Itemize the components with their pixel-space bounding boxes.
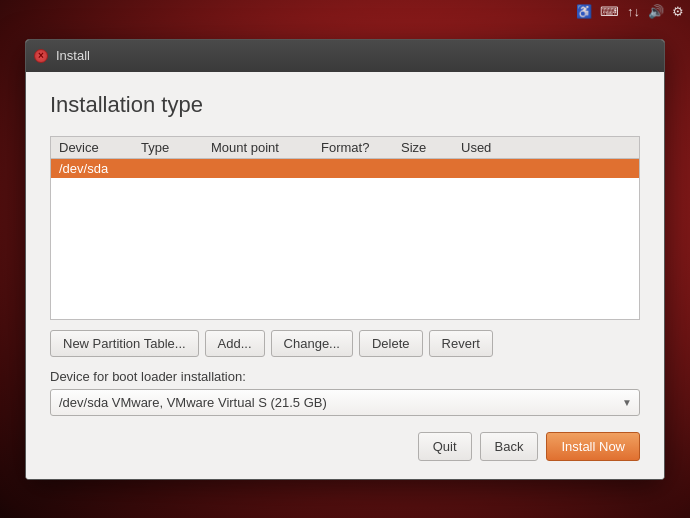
settings-icon: ⚙ [672,4,684,19]
col-header-size: Size [401,140,461,155]
revert-button[interactable]: Revert [429,330,493,357]
row-device: /dev/sda [51,161,141,176]
titlebar: Install [26,40,664,72]
close-button[interactable] [34,49,48,63]
table-row[interactable]: /dev/sda [51,159,639,178]
bootloader-label: Device for boot loader installation: [50,369,640,384]
page-title: Installation type [50,92,640,118]
volume-icon: 🔊 [648,4,664,19]
window-title: Install [56,48,90,63]
row-type [141,161,211,176]
row-format [321,161,401,176]
install-now-button[interactable]: Install Now [546,432,640,461]
content-area: Installation type Device Type Mount poin… [26,72,664,479]
quit-button[interactable]: Quit [418,432,472,461]
keyboard-icon: ⌨ [600,4,619,19]
col-header-mount: Mount point [211,140,321,155]
network-icon: ↑↓ [627,4,640,19]
col-header-used: Used [461,140,531,155]
partition-actions: New Partition Table... Add... Change... … [50,330,640,357]
install-window: Install Installation type Device Type Mo… [25,39,665,480]
new-partition-table-button[interactable]: New Partition Table... [50,330,199,357]
bootloader-select-wrapper: /dev/sda VMware, VMware Virtual S (21.5 … [50,389,640,416]
footer-buttons: Quit Back Install Now [50,432,640,461]
delete-button[interactable]: Delete [359,330,423,357]
change-button[interactable]: Change... [271,330,353,357]
add-button[interactable]: Add... [205,330,265,357]
col-header-format: Format? [321,140,401,155]
accessibility-icon: ♿ [576,4,592,19]
table-header: Device Type Mount point Format? Size Use… [51,137,639,159]
table-body: /dev/sda [51,159,639,319]
row-size [401,161,461,176]
col-header-type: Type [141,140,211,155]
bootloader-select[interactable]: /dev/sda VMware, VMware Virtual S (21.5 … [50,389,640,416]
col-header-device: Device [51,140,141,155]
top-status-bar: ♿ ⌨ ↑↓ 🔊 ⚙ [570,0,690,22]
row-mount [211,161,321,176]
partition-table: Device Type Mount point Format? Size Use… [50,136,640,320]
row-used [461,161,531,176]
back-button[interactable]: Back [480,432,539,461]
